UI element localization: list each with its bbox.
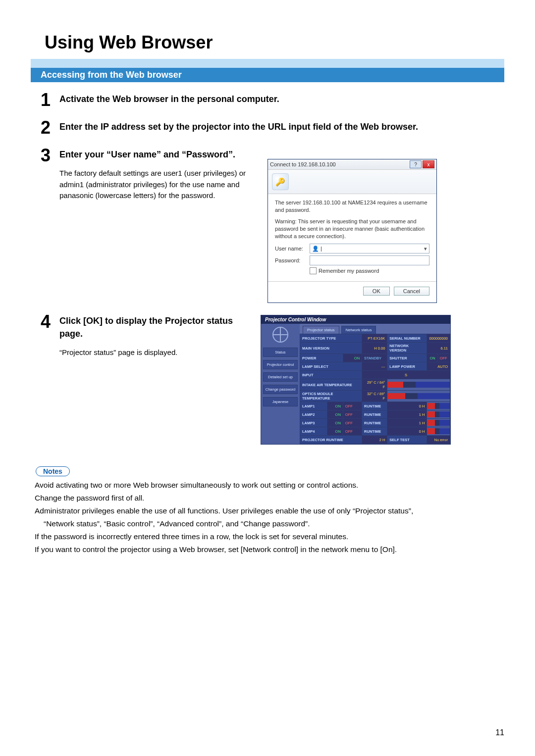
- password-field[interactable]: [310, 255, 429, 265]
- row-shutter: SHUTTER: [387, 354, 427, 362]
- sidebar-item-projector-control[interactable]: Projector control: [263, 360, 298, 369]
- auth-msg-1: The server 192.168.10.100 at NAME1234 re…: [275, 199, 429, 214]
- step-2-title: Enter the IP address set by the projecto…: [59, 121, 494, 133]
- sidebar-item-status[interactable]: Status: [263, 348, 298, 357]
- row-lamp1: LAMP1: [300, 402, 327, 410]
- auth-msg-2: Warning: This server is requesting that …: [275, 218, 429, 240]
- sidebar-item-change-password[interactable]: Change password: [263, 385, 298, 394]
- step-1-title: Activate the Web browser in the personal…: [59, 93, 494, 105]
- tab-projector-status[interactable]: Projector status: [303, 326, 339, 334]
- row-selftest: SELF TEST: [387, 436, 427, 444]
- row-lamp4: LAMP4: [300, 427, 327, 436]
- note-3b: “Network status”, “Basic control”, “Adva…: [35, 518, 500, 530]
- step-4-detail: “Projector status” page is displayed.: [59, 347, 253, 358]
- note-4: If the password is incorrectly entered t…: [35, 531, 500, 543]
- row-power: POWER: [300, 354, 343, 362]
- notes-list: Avoid activating two or more Web browser…: [31, 479, 504, 555]
- username-field[interactable]: 👤 |: [310, 244, 429, 253]
- person-icon: 👤: [312, 246, 319, 252]
- close-icon[interactable]: x: [423, 160, 434, 168]
- row-lamp-power: LAMP POWER: [387, 362, 427, 371]
- pcw-title: Projector Control Window: [261, 315, 450, 324]
- step-4-title: Click [OK] to display the Projector stat…: [59, 315, 253, 340]
- notes-label: Notes: [36, 466, 70, 476]
- step-1: 1 Activate the Web browser in the person…: [41, 91, 494, 109]
- tab-network-status[interactable]: Network status: [341, 326, 376, 334]
- row-lamp2: LAMP2: [300, 410, 327, 419]
- row-projector-runtime: PROJECTOR RUNTIME: [300, 436, 362, 444]
- note-3a: Administrator privileges enable the use …: [35, 505, 500, 517]
- password-label: Password:: [275, 257, 310, 263]
- row-projector-type: PROJECTOR TYPE: [300, 334, 362, 343]
- page-title: Using Web Browser: [31, 32, 504, 53]
- step-1-num: 1: [41, 91, 59, 109]
- step-3-num: 3: [41, 147, 59, 303]
- row-lamp-select: LAMP SELECT: [300, 362, 362, 371]
- step-4-num: 4: [41, 313, 59, 445]
- cancel-button[interactable]: Cancel: [394, 287, 429, 296]
- note-2: Change the password first of all.: [35, 492, 500, 504]
- row-optics-temp: OPTICS MODULE TEMPERATURE: [300, 391, 362, 402]
- step-3: 3 Enter your “User name” and “Password”.…: [41, 147, 494, 303]
- row-lamp3: LAMP3: [300, 419, 327, 427]
- row-input: INPUT: [300, 371, 362, 379]
- username-label: User name:: [275, 246, 310, 252]
- help-icon[interactable]: ?: [410, 160, 422, 168]
- auth-dialog-title: Connect to 192.168.10.100: [270, 161, 336, 167]
- auth-dialog: Connect to 192.168.10.100 ? x 🔑 The serv…: [268, 159, 437, 303]
- status-table: PROJECTOR TYPE PT-EX16K SERIAL NUMBER 00…: [300, 334, 450, 444]
- row-main-version: MAIN VERSION: [300, 343, 362, 354]
- row-intake-temp: INTAKE AIR TEMPERATURE: [300, 379, 362, 391]
- projector-control-window: Projector Control Window Status Projecto…: [261, 315, 451, 445]
- section-heading: Accessing from the Web browser: [31, 68, 504, 82]
- title-underline: [31, 59, 504, 68]
- note-1: Avoid activating two or more Web browser…: [35, 479, 500, 491]
- remember-checkbox[interactable]: [310, 267, 317, 274]
- step-2-num: 2: [41, 119, 59, 137]
- target-icon: [272, 327, 288, 343]
- note-5: If you want to control the projector usi…: [35, 544, 500, 555]
- ok-button[interactable]: OK: [363, 287, 390, 296]
- keys-icon: 🔑: [272, 173, 289, 190]
- page-number: 11: [495, 728, 504, 737]
- step-4: 4 Click [OK] to display the Projector st…: [41, 313, 494, 445]
- row-serial: SERIAL NUMBER: [387, 334, 427, 343]
- step-3-detail: The factory default settings are user1 (…: [59, 168, 253, 202]
- row-network-version: NETWORK VERSION: [387, 343, 427, 354]
- sidebar-item-japanese[interactable]: Japanese: [263, 397, 298, 406]
- step-2: 2 Enter the IP address set by the projec…: [41, 119, 494, 137]
- remember-label: Remember my password: [319, 268, 379, 274]
- sidebar-item-detailed-setup[interactable]: Detailed set up: [263, 372, 298, 382]
